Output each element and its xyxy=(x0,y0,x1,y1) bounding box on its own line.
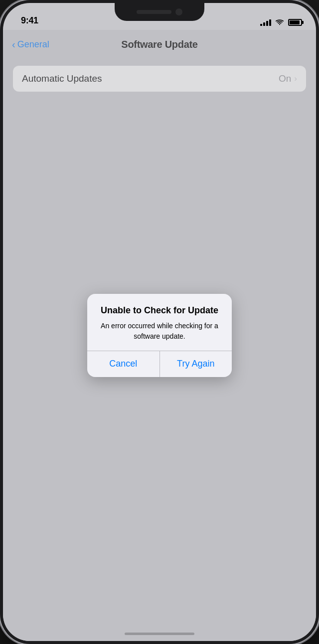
phone-frame: 9:41 xyxy=(0,0,319,644)
status-right-icons xyxy=(260,19,302,26)
main-content: ‹ General Software Update Automatic Upda… xyxy=(3,30,316,641)
alert-buttons: Cancel Try Again xyxy=(87,351,232,377)
signal-bar-2 xyxy=(263,22,265,26)
front-camera xyxy=(175,8,182,15)
signal-bar-3 xyxy=(266,21,268,26)
alert-message: An error occurred while checking for a s… xyxy=(97,321,222,342)
battery-icon xyxy=(288,19,302,26)
screen: 9:41 xyxy=(3,3,316,641)
wifi-icon xyxy=(275,19,284,26)
status-time: 9:41 xyxy=(21,15,38,26)
alert-title: Unable to Check for Update xyxy=(97,305,222,316)
alert-dialog: Unable to Check for Update An error occu… xyxy=(87,294,232,377)
try-again-button[interactable]: Try Again xyxy=(160,351,232,377)
notch xyxy=(115,3,204,21)
signal-icon xyxy=(260,19,271,26)
signal-bar-4 xyxy=(269,19,271,26)
battery-fill xyxy=(290,20,300,24)
signal-bar-1 xyxy=(260,24,262,26)
modal-overlay: Unable to Check for Update An error occu… xyxy=(3,30,316,641)
cancel-button[interactable]: Cancel xyxy=(87,351,160,377)
speaker xyxy=(137,10,171,14)
alert-content: Unable to Check for Update An error occu… xyxy=(87,294,232,350)
